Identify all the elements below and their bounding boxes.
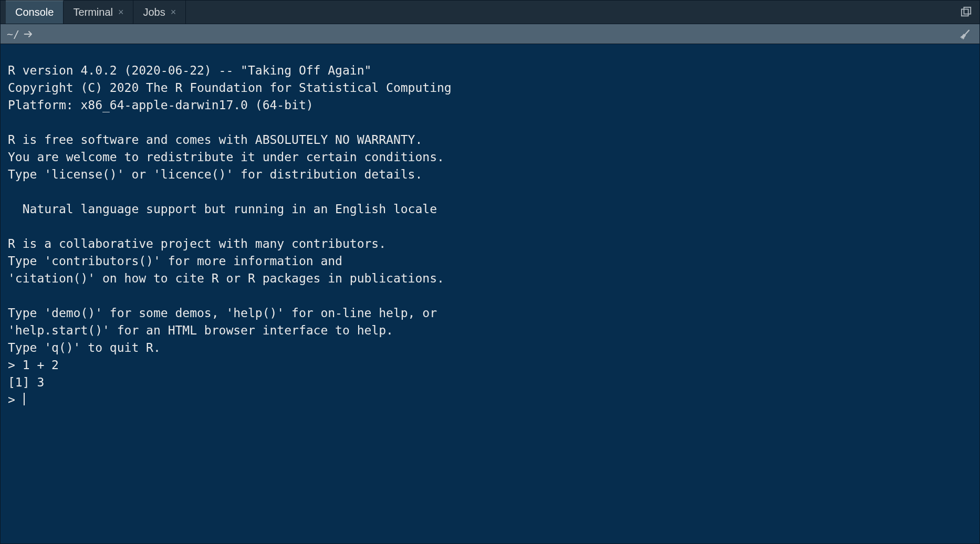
prompt-text: > [8, 393, 23, 406]
open-dir-icon[interactable] [24, 30, 34, 38]
console-pane: Console Terminal × Jobs × ~/ [0, 0, 980, 544]
svg-rect-0 [962, 9, 968, 16]
pane-tabstrip: Console Terminal × Jobs × [1, 1, 979, 24]
close-icon[interactable]: × [118, 7, 124, 17]
tab-terminal[interactable]: Terminal × [64, 1, 133, 24]
maximize-pane-icon[interactable] [961, 6, 972, 18]
tabstrip-spacer [186, 1, 953, 24]
svg-rect-1 [964, 7, 971, 14]
console-result: [1] 3 [8, 374, 972, 391]
text-cursor [24, 393, 25, 405]
tab-label: Jobs [143, 6, 165, 18]
tab-label: Terminal [73, 6, 113, 18]
console-prompt[interactable]: > [8, 391, 972, 409]
console-output[interactable]: R version 4.0.2 (2020-06-22) -- "Taking … [1, 44, 979, 543]
working-directory[interactable]: ~/ [7, 28, 19, 40]
tabstrip-right-controls [953, 1, 979, 24]
console-startup-text: R version 4.0.2 (2020-06-22) -- "Taking … [8, 62, 972, 357]
tab-console[interactable]: Console [6, 1, 64, 24]
tab-label: Console [15, 6, 54, 18]
clear-console-icon[interactable] [960, 28, 973, 40]
console-toolbar: ~/ [1, 24, 979, 44]
console-user-input: > 1 + 2 [8, 357, 972, 374]
tab-jobs[interactable]: Jobs × [133, 1, 186, 24]
close-icon[interactable]: × [171, 7, 176, 17]
